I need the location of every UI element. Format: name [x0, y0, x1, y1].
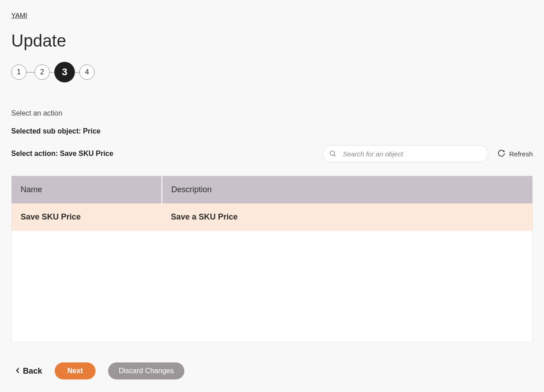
back-button[interactable]: Back: [11, 366, 42, 376]
refresh-button[interactable]: Refresh: [497, 149, 533, 159]
step-connector: [75, 72, 79, 73]
refresh-label: Refresh: [509, 150, 533, 158]
select-action-label: Select action: Save SKU Price: [11, 150, 113, 158]
discard-button[interactable]: Discard Changes: [108, 362, 185, 379]
section-label: Select an action: [11, 109, 533, 117]
svg-point-0: [330, 151, 335, 155]
step-4[interactable]: 4: [79, 65, 95, 80]
search-wrapper: [322, 145, 488, 162]
cell-name: Save SKU Price: [12, 203, 162, 231]
selected-sub-object: Selected sub object: Price: [11, 127, 533, 135]
step-connector: [26, 72, 35, 73]
table-header-description[interactable]: Description: [162, 176, 532, 203]
search-input[interactable]: [322, 145, 488, 162]
stepper: 1 2 3 4: [11, 62, 533, 82]
footer-buttons: Back Next Discard Changes: [11, 362, 533, 379]
step-2[interactable]: 2: [35, 65, 50, 80]
actions-table-container: Name Description Save SKU Price Save a S…: [11, 176, 533, 342]
refresh-icon: [497, 149, 505, 159]
step-3[interactable]: 3: [54, 62, 75, 82]
step-1[interactable]: 1: [11, 65, 26, 80]
step-connector: [50, 72, 54, 73]
chevron-left-icon: [16, 366, 20, 376]
back-label: Back: [23, 366, 42, 376]
actions-table: Name Description Save SKU Price Save a S…: [12, 176, 532, 231]
svg-line-1: [334, 155, 336, 156]
table-header-name[interactable]: Name: [12, 176, 162, 203]
page-title: Update: [11, 31, 533, 51]
breadcrumb-link[interactable]: YAMI: [11, 11, 27, 19]
next-button[interactable]: Next: [55, 362, 96, 379]
search-icon: [329, 150, 337, 158]
table-row[interactable]: Save SKU Price Save a SKU Price: [12, 203, 532, 231]
cell-description: Save a SKU Price: [162, 203, 532, 231]
